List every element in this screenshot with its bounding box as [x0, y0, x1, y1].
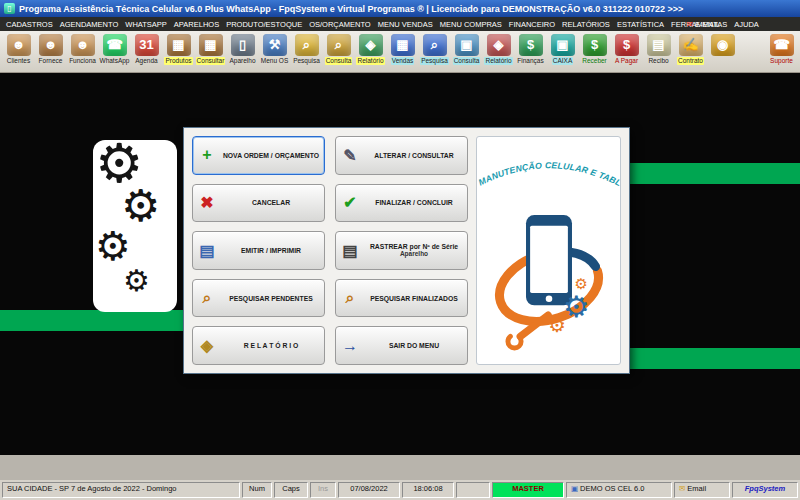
toolbar-button[interactable]: ☻ Funciona	[67, 33, 98, 65]
toolbar-button[interactable]: ▯ Aparelho	[227, 33, 258, 65]
status-location: SUA CIDADE - SP 7 de Agosto de 2022 - Do…	[2, 482, 240, 498]
dialog-menu-button[interactable]: ⌕ PESQUISAR FINALIZADOS	[335, 279, 468, 318]
status-email-button[interactable]: ✉Email	[674, 482, 730, 498]
toolbar-button[interactable]: $ A Pagar	[611, 33, 642, 65]
toolbar-button[interactable]: ⚒ Menu OS	[259, 33, 290, 65]
toolbar-button-icon: ▯	[231, 34, 255, 56]
toolbar-button-label: Menu OS	[260, 57, 289, 65]
menubar-item[interactable]: MENU VENDAS	[378, 20, 433, 29]
toolbar-button[interactable]: ☻ Clientes	[3, 33, 34, 65]
workspace-bottom-strip	[0, 455, 800, 480]
toolbar-button-label: Consulta	[453, 57, 481, 65]
dialog-button-text: PESQUISAR FINALIZADOS	[364, 295, 464, 302]
toolbar-button-label: Receber	[581, 57, 608, 65]
toolbar-button[interactable]: ⌕ Pesquisa	[419, 33, 450, 65]
menubar-item[interactable]: FINANCEIRO	[509, 20, 555, 29]
dialog-button-text: EMITIR / IMPRIMIR	[221, 247, 321, 254]
dialog-button-label: FINALIZAR / CONCLUIR	[364, 199, 464, 206]
toolbar-button-label: Finanças	[516, 57, 544, 65]
app-icon: ▯	[4, 3, 15, 14]
toolbar-button[interactable]: ⌕ Consulta	[323, 33, 354, 65]
toolbar-button[interactable]: ▣ Consulta	[451, 33, 482, 65]
dialog-button-label: PESQUISAR FINALIZADOS	[364, 295, 464, 302]
status-time: 18:06:08	[402, 482, 454, 498]
menubar-item[interactable]: RELATÓRIOS	[562, 20, 610, 29]
dialog-button-icon: ✔	[339, 193, 361, 212]
menubar-item[interactable]: OS/ORÇAMENTO	[309, 20, 371, 29]
toolbar-button[interactable]: ◈ Relatório	[483, 33, 514, 65]
menubar-item-email[interactable]: ✉ E-MAIL	[686, 20, 720, 29]
toolbar-button[interactable]: ✍ Contrato	[675, 33, 706, 65]
toolbar-button-icon: $	[583, 34, 607, 56]
toolbar-button[interactable]: ▦ Vendas	[387, 33, 418, 65]
os-menu-button-grid: + NOVA ORDEM / ORÇAMENTO ✎ ALTERAR / CON…	[192, 136, 468, 365]
menubar-item[interactable]: AGENDAMENTO	[60, 20, 119, 29]
dialog-menu-button[interactable]: ▤ EMITIR / IMPRIMIR	[192, 231, 325, 270]
menubar-item[interactable]: PRODUTO/ESTOQUE	[226, 20, 302, 29]
toolbar-button-label: Consultar	[196, 57, 226, 65]
dialog-button-label: ALTERAR / CONSULTAR	[364, 152, 464, 159]
os-menu-dialog: + NOVA ORDEM / ORÇAMENTO ✎ ALTERAR / CON…	[183, 127, 630, 374]
toolbar-button-icon: ▦	[391, 34, 415, 56]
toolbar-button-icon: ▦	[167, 34, 191, 56]
toolbar-button-icon: ✍	[679, 34, 703, 56]
dialog-menu-button[interactable]: → SAIR DO MENU	[335, 326, 468, 365]
status-capslock: Caps	[274, 482, 308, 498]
toolbar-button[interactable]: $ Receber	[579, 33, 610, 65]
toolbar-button[interactable]: ☎ Suporte	[766, 33, 797, 65]
toolbar-button[interactable]: ▦ Consultar	[195, 33, 226, 65]
gear-icon: ⚙	[123, 266, 150, 296]
dialog-menu-button[interactable]: ⌕ PESQUISAR PENDENTES	[192, 279, 325, 318]
toolbar-button-icon: ⌕	[295, 34, 319, 56]
toolbar-button-icon: ▤	[647, 34, 671, 56]
toolbar-button-label: Consulta	[325, 57, 353, 65]
menubar-item[interactable]: WHATSAPP	[125, 20, 167, 29]
dialog-menu-button[interactable]: ✖ CANCELAR	[192, 184, 325, 223]
toolbar-button[interactable]: ⌕ Pesquisa	[291, 33, 322, 65]
phone-repair-illustration: ⚙ ⚙ ⚙	[485, 192, 613, 364]
dialog-button-label: SAIR DO MENU	[364, 342, 464, 349]
dialog-menu-button[interactable]: ◈ R E L A T Ó R I O	[192, 326, 325, 365]
dialog-menu-button[interactable]: ✎ ALTERAR / CONSULTAR	[335, 136, 468, 175]
dialog-menu-button[interactable]: ✔ FINALIZAR / CONCLUIR	[335, 184, 468, 223]
statusbar: SUA CIDADE - SP 7 de Agosto de 2022 - Do…	[0, 480, 800, 500]
menubar-item[interactable]: MENU COMPRAS	[440, 20, 502, 29]
menubar-item-email-label: E-MAIL	[695, 20, 720, 29]
toolbar-button-label: Recibo	[647, 57, 669, 65]
dialog-button-label: EMITIR / IMPRIMIR	[221, 247, 321, 254]
dialog-menu-button[interactable]: + NOVA ORDEM / ORÇAMENTO	[192, 136, 325, 175]
menubar-item[interactable]: AJUDA	[734, 20, 759, 29]
dialog-button-text: CANCELAR	[221, 199, 321, 206]
menubar-item[interactable]: CADASTROS	[6, 20, 53, 29]
ekg-bar-left	[0, 310, 190, 331]
dialog-button-icon: +	[196, 146, 218, 164]
toolbar-button[interactable]: ☻ Fornece	[35, 33, 66, 65]
toolbar-button-icon: $	[615, 34, 639, 56]
toolbar-button-label: Funciona	[68, 57, 97, 65]
toolbar-button[interactable]: ▣ CAIXA	[547, 33, 578, 65]
toolbar-button[interactable]: 31 Agenda	[131, 33, 162, 65]
toolbar-button-label: Pesquisa	[292, 57, 321, 65]
menubar-item[interactable]: ESTATÍSTICA	[617, 20, 664, 29]
toolbar-button[interactable]: ☎ WhatsApp	[99, 33, 130, 65]
phone-home-button	[545, 295, 552, 302]
dialog-menu-button[interactable]: ▤ RASTREAR por Nº de Série Aparelho	[335, 231, 468, 270]
menubar-item[interactable]: APARELHOS	[174, 20, 219, 29]
dialog-button-icon: ⌕	[196, 289, 218, 307]
toolbar-button[interactable]: ◉	[707, 33, 738, 57]
toolbar-button-label: Fornece	[38, 57, 64, 65]
window-title: Programa Assistência Técnica Celular v6.…	[19, 4, 683, 14]
toolbar-button-icon: ⌕	[423, 34, 447, 56]
dialog-button-label: CANCELAR	[221, 199, 321, 206]
titlebar[interactable]: ▯ Programa Assistência Técnica Celular v…	[0, 0, 800, 17]
toolbar-button[interactable]: ▤ Recibo	[643, 33, 674, 65]
toolbar-button[interactable]: $ Finanças	[515, 33, 546, 65]
toolbar-button-icon: 31	[135, 34, 159, 56]
ekg-bar-right-bottom	[627, 348, 800, 369]
toolbar-button[interactable]: ◈ Relatório	[355, 33, 386, 65]
toolbar-button-icon: ⚒	[263, 34, 287, 56]
dialog-button-sublabel: Aparelho	[364, 250, 464, 257]
gear-icon: ⚙	[121, 184, 160, 228]
toolbar-button-label: Contrato	[677, 57, 704, 65]
toolbar-button[interactable]: ▦ Produtos	[163, 33, 194, 65]
